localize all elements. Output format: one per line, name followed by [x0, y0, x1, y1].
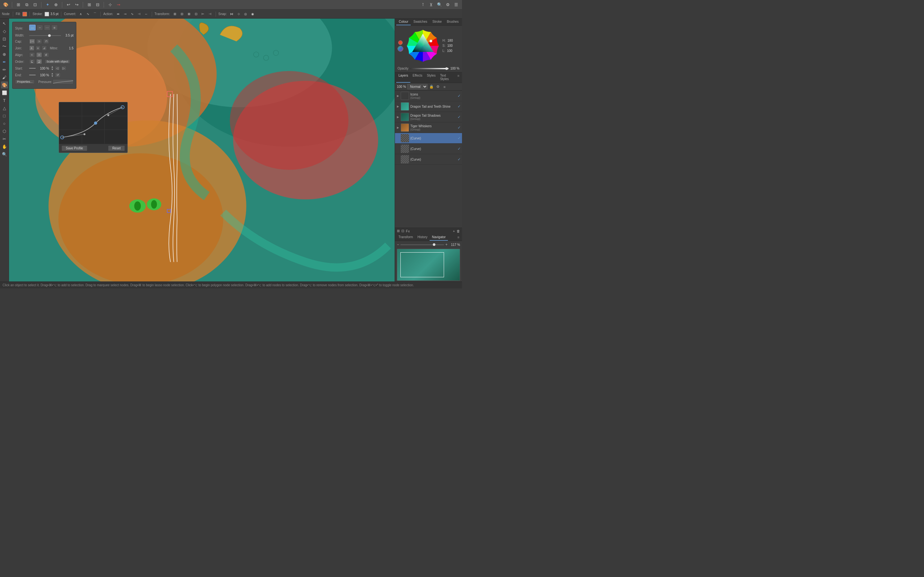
- save-profile-btn[interactable]: Save Profile: [61, 145, 87, 151]
- layers-mask-icon[interactable]: Fx: [406, 229, 410, 233]
- style-solid-btn[interactable]: —: [29, 25, 36, 31]
- pressure-curve-area[interactable]: [59, 102, 128, 144]
- app-icon[interactable]: 🎨: [3, 2, 9, 8]
- action-icon2[interactable]: ⊸: [122, 11, 128, 17]
- start-prev-btn[interactable]: ◁: [55, 66, 60, 71]
- cap-butt-btn[interactable]: |⊣: [29, 39, 35, 44]
- transform-icon3[interactable]: ⊠: [186, 11, 192, 17]
- polygon-tool[interactable]: ⬡: [1, 127, 8, 135]
- navigator-tab[interactable]: Navigator: [430, 234, 448, 241]
- navigator-preview[interactable]: [397, 249, 460, 281]
- layer-item-dragon-shine[interactable]: ▶ Dragon Tail and Teeth Shine ✓: [395, 101, 462, 112]
- layer-expand-dragon-shine[interactable]: ▶: [396, 105, 399, 108]
- settings-icon[interactable]: ⚙: [445, 2, 451, 8]
- action-icon4[interactable]: ⊣: [136, 11, 142, 17]
- start-spinner[interactable]: ▲ ▼: [51, 66, 53, 71]
- cap-square-btn[interactable]: ⊓: [43, 39, 49, 44]
- persona-icon2[interactable]: ⊕: [53, 2, 59, 8]
- style-dash-btn[interactable]: ╌: [37, 25, 43, 31]
- style-custom-btn[interactable]: ≡: [51, 25, 58, 31]
- shape-tool[interactable]: △: [1, 105, 8, 111]
- smooth-tool[interactable]: 〜: [1, 43, 8, 50]
- start-next-btn[interactable]: ▷: [61, 66, 66, 71]
- convert-smooth-icon[interactable]: ∿: [85, 11, 91, 17]
- layers-add-btn[interactable]: +: [453, 229, 455, 233]
- undo-icon[interactable]: ↩: [65, 2, 71, 8]
- width-slider[interactable]: [29, 35, 61, 36]
- layer-item-curve2[interactable]: (Curve) ✓: [395, 143, 462, 154]
- layers-settings-btn[interactable]: ⚙: [435, 84, 441, 89]
- brushes-tab[interactable]: Brushes: [444, 19, 461, 25]
- transform-icon2[interactable]: ⊟: [179, 11, 185, 17]
- share-icon[interactable]: ⊻: [428, 2, 435, 8]
- layer-item-curve1[interactable]: (Curve) ✓: [395, 133, 462, 143]
- text-styles-tab[interactable]: Text Styles: [438, 73, 456, 83]
- layers-group-icon[interactable]: ⊡: [401, 229, 404, 233]
- paint-tool[interactable]: 🎨: [1, 81, 8, 89]
- transform-icon5[interactable]: ⊢: [200, 11, 206, 17]
- export-icon[interactable]: ⊟: [94, 2, 101, 8]
- snap-icon1[interactable]: ⋈: [229, 11, 234, 17]
- canvas-area[interactable]: Style: — ╌ ⋯ ≡ Width: 3.5 pt Cap: |⊣: [9, 19, 395, 282]
- swatches-tab[interactable]: Swatches: [411, 19, 430, 25]
- layer-item-icons[interactable]: ▶ Icons (Group) ✓: [395, 91, 462, 101]
- redo-icon[interactable]: ↪: [73, 2, 80, 8]
- layer-expand-tiger-whiskers[interactable]: ▶: [396, 126, 399, 129]
- place-icon[interactable]: ⊞: [86, 2, 92, 8]
- snap-icon2[interactable]: ⊹: [236, 11, 242, 17]
- join-round-btn[interactable]: ∪: [36, 45, 41, 51]
- ellipse-tool[interactable]: ○: [1, 120, 8, 127]
- menu-icon[interactable]: ☰: [453, 2, 459, 8]
- fill-tool[interactable]: ⬜: [1, 89, 8, 96]
- styles-tab[interactable]: Styles: [425, 73, 438, 83]
- pencil-tool[interactable]: ✏: [1, 66, 8, 73]
- properties-btn[interactable]: Properties...: [15, 79, 35, 84]
- frame-icon[interactable]: ⊡: [32, 2, 38, 8]
- text-tool[interactable]: T: [1, 97, 8, 104]
- rect-tool[interactable]: □: [1, 112, 8, 119]
- style-dot-btn[interactable]: ⋯: [44, 25, 50, 31]
- align-outer-btn[interactable]: ⊄: [43, 52, 49, 57]
- persona-icon1[interactable]: ✦: [44, 2, 51, 8]
- layer-item-dragon-shadows[interactable]: ▶ Dragon Tail Shadows (Group) ✓: [395, 112, 462, 122]
- layers-tab[interactable]: Layers: [396, 73, 410, 83]
- effects-tab[interactable]: Effects: [410, 73, 425, 83]
- convert-arc-icon[interactable]: ⌒: [92, 11, 98, 17]
- layer-expand-dragon-shadows[interactable]: ▶: [396, 115, 399, 119]
- stroke-tab[interactable]: Stroke: [430, 19, 444, 25]
- order-fill-first-btn[interactable]: ⊑: [29, 59, 35, 64]
- end-cycle-btn[interactable]: ↺: [55, 73, 61, 77]
- zoom-in-btn[interactable]: +: [445, 242, 447, 247]
- order-stroke-first-btn[interactable]: ⊒: [36, 59, 42, 64]
- reset-btn[interactable]: Reset: [108, 145, 125, 151]
- align-center-btn[interactable]: ⊃: [36, 52, 42, 57]
- transform-icon1[interactable]: ⊞: [172, 11, 178, 17]
- layers-delete-btn[interactable]: 🗑: [457, 229, 460, 233]
- snap-icon4[interactable]: ◉: [250, 11, 256, 17]
- layers-stack-icon[interactable]: ⊞: [397, 229, 400, 233]
- layer-expand-icons[interactable]: ▶: [396, 94, 399, 97]
- colour-tab[interactable]: Colour: [396, 19, 411, 25]
- hand-tool[interactable]: ✋: [1, 143, 8, 150]
- transform-tab[interactable]: Transform: [396, 234, 415, 241]
- align-inner-btn[interactable]: ⊂: [29, 52, 35, 57]
- transform-icon6[interactable]: ⊣: [207, 11, 213, 17]
- layers-lock-btn[interactable]: 🔒: [429, 84, 434, 89]
- cap-round-btn[interactable]: ⊃: [36, 39, 42, 44]
- transform-icon4[interactable]: ⊡: [193, 11, 199, 17]
- select-tool[interactable]: ↖: [1, 20, 8, 27]
- pressure-preview[interactable]: [53, 79, 73, 84]
- pixel-icon[interactable]: ⊹: [107, 2, 113, 8]
- snap-icon3[interactable]: ◎: [243, 11, 249, 17]
- join-bevel-btn[interactable]: ⊿: [42, 45, 47, 51]
- colour-wheel-container[interactable]: [405, 28, 441, 63]
- vector-icon[interactable]: ⊸: [115, 2, 121, 8]
- zoom-out-btn[interactable]: −: [397, 242, 399, 247]
- convert-sharp-icon[interactable]: ∧: [78, 11, 84, 17]
- layers-more-btn[interactable]: ≡: [442, 84, 447, 89]
- colour-wheel-btn[interactable]: [397, 46, 403, 52]
- artboard-icon[interactable]: ⧉: [23, 2, 30, 8]
- opacity-slider[interactable]: [410, 68, 449, 69]
- grid-icon[interactable]: ⊞: [15, 2, 21, 8]
- zoom-slider[interactable]: [401, 244, 444, 245]
